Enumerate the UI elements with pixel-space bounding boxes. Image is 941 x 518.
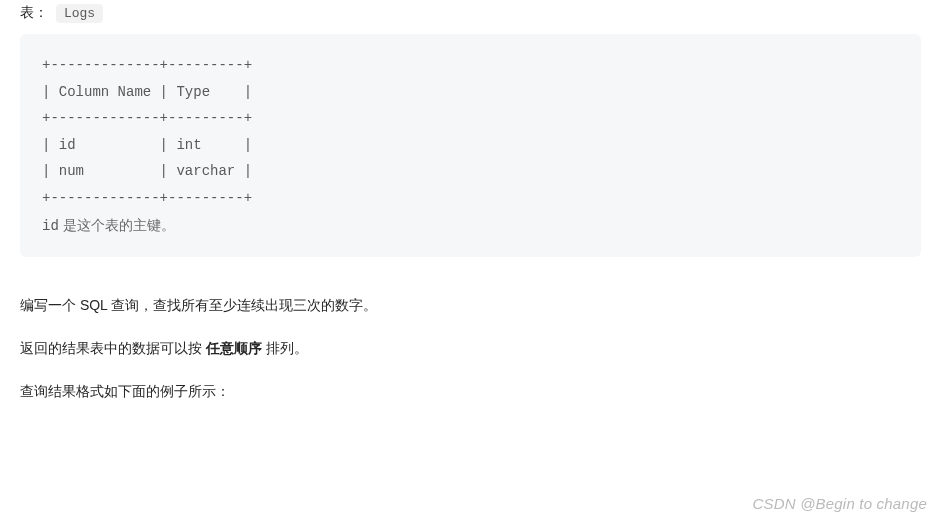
schema-line-6: +-------------+---------+ bbox=[42, 190, 252, 206]
schema-line-2: | Column Name | Type | bbox=[42, 84, 252, 100]
schema-code-block: +-------------+---------+ | Column Name … bbox=[20, 34, 921, 257]
table-header-row: 表： Logs bbox=[20, 4, 921, 22]
paragraph-1: 编写一个 SQL 查询，查找所有至少连续出现三次的数字。 bbox=[20, 295, 921, 316]
schema-line-4: | id | int | bbox=[42, 137, 252, 153]
paragraph-2-bold: 任意顺序 bbox=[206, 340, 262, 356]
schema-line-1: +-------------+---------+ bbox=[42, 57, 252, 73]
schema-line-3: +-------------+---------+ bbox=[42, 110, 252, 126]
schema-note-text: 是这个表的主键。 bbox=[59, 217, 175, 233]
schema-line-5: | num | varchar | bbox=[42, 163, 252, 179]
schema-note-id: id bbox=[42, 218, 59, 234]
table-name-code: Logs bbox=[56, 4, 103, 23]
table-label: 表： bbox=[20, 4, 48, 20]
paragraph-2: 返回的结果表中的数据可以按 任意顺序 排列。 bbox=[20, 338, 921, 359]
paragraph-2-before: 返回的结果表中的数据可以按 bbox=[20, 340, 206, 356]
document-content: 表： Logs +-------------+---------+ | Colu… bbox=[0, 0, 941, 444]
watermark: CSDN @Begin to change bbox=[752, 495, 927, 512]
paragraph-2-after: 排列。 bbox=[262, 340, 308, 356]
paragraph-3: 查询结果格式如下面的例子所示： bbox=[20, 381, 921, 402]
